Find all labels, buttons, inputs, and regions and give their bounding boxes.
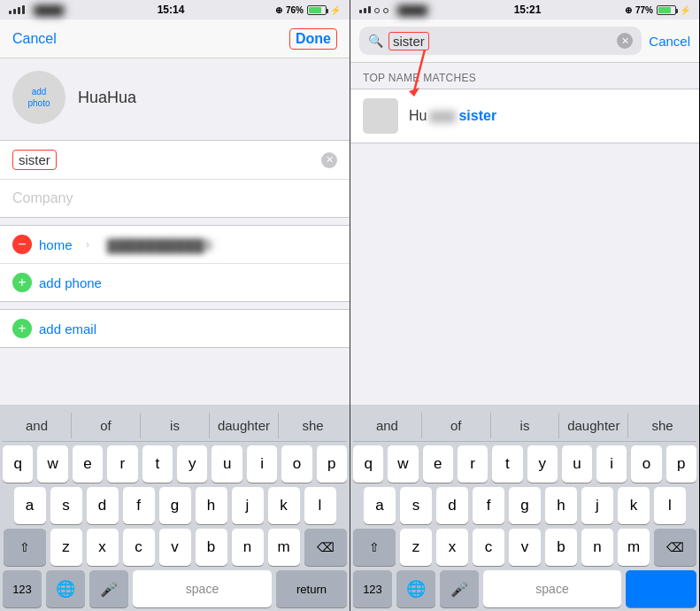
key-r[interactable]: r (107, 445, 137, 483)
key-s[interactable]: s (50, 487, 82, 524)
key-z[interactable]: z (50, 529, 82, 566)
right-key-w[interactable]: w (388, 445, 418, 483)
suggestion-of[interactable]: of (72, 413, 141, 438)
result-avatar (363, 98, 398, 134)
key-v[interactable]: v (159, 529, 191, 566)
right-status-signal-area: ▓▓▓▓ (359, 4, 430, 15)
right-suggestion-she[interactable]: she (628, 413, 696, 438)
email-section: + add email (0, 309, 350, 348)
key-a[interactable]: a (14, 487, 46, 524)
key-j[interactable]: j (232, 487, 264, 524)
right-key-a[interactable]: a (364, 487, 396, 524)
right-signal-icon (359, 6, 388, 13)
company-field[interactable]: Company (0, 180, 350, 217)
right-key-123[interactable]: 123 (353, 570, 392, 607)
search-clear-button[interactable]: ✕ (617, 33, 633, 49)
right-key-i[interactable]: i (596, 445, 627, 483)
right-key-shift[interactable]: ⇧ (353, 529, 396, 566)
key-t[interactable]: t (142, 445, 173, 483)
key-x[interactable]: x (87, 529, 119, 566)
search-cancel-button[interactable]: Cancel (649, 34, 690, 49)
add-phone-row[interactable]: + add phone (0, 264, 350, 301)
signal-icon (9, 5, 25, 14)
key-k[interactable]: k (268, 487, 300, 524)
key-q[interactable]: q (3, 445, 33, 483)
key-delete[interactable]: ⌫ (304, 529, 347, 566)
done-button[interactable]: Done (289, 28, 337, 50)
right-key-j[interactable]: j (581, 487, 613, 524)
right-key-y[interactable]: y (527, 445, 558, 483)
right-key-s[interactable]: s (400, 487, 432, 524)
right-suggestion-daughter[interactable]: daughter (559, 413, 628, 438)
right-suggestion-of[interactable]: of (422, 413, 491, 438)
key-globe[interactable]: 🌐 (46, 570, 85, 607)
right-carrier-label: ▓▓▓▓ (395, 4, 430, 15)
nickname-clear-button[interactable]: ✕ (321, 152, 337, 168)
key-p[interactable]: p (317, 445, 347, 483)
right-key-k[interactable]: k (618, 487, 650, 524)
key-space[interactable]: space (133, 570, 272, 607)
right-suggestion-is[interactable]: is (491, 413, 560, 438)
key-g[interactable]: g (159, 487, 191, 524)
right-key-mic[interactable]: 🎤 (440, 570, 479, 607)
right-key-f[interactable]: f (473, 487, 504, 524)
right-key-t[interactable]: t (492, 445, 522, 483)
result-row-huahua[interactable]: Husister (350, 89, 699, 143)
suggestion-is[interactable]: is (141, 413, 210, 438)
key-shift[interactable]: ⇧ (4, 529, 46, 566)
remove-phone-button[interactable]: − (12, 235, 32, 254)
battery-icon-right (657, 5, 676, 15)
right-key-v[interactable]: v (509, 529, 541, 566)
key-return[interactable]: return (276, 570, 347, 607)
right-key-p[interactable]: p (666, 445, 696, 483)
suggestion-she[interactable]: she (279, 413, 347, 438)
key-y[interactable]: y (177, 445, 207, 483)
right-key-c[interactable]: c (473, 529, 504, 566)
key-d[interactable]: d (87, 487, 119, 524)
key-n[interactable]: n (232, 529, 264, 566)
right-key-globe[interactable]: 🌐 (396, 570, 435, 607)
key-mic[interactable]: 🎤 (89, 570, 128, 607)
keyboard-row-2: a s d f g h j k l (3, 487, 347, 524)
suggestion-and[interactable]: and (3, 413, 72, 438)
add-email-row[interactable]: + add email (0, 310, 350, 347)
right-key-h[interactable]: h (545, 487, 577, 524)
cancel-button[interactable]: Cancel (12, 31, 57, 47)
right-key-r[interactable]: r (458, 445, 488, 483)
key-w[interactable]: w (37, 445, 67, 483)
key-i[interactable]: i (247, 445, 277, 483)
key-h[interactable]: h (196, 487, 227, 524)
suggestion-daughter[interactable]: daughter (210, 413, 279, 438)
right-key-space[interactable]: space (483, 570, 621, 607)
right-key-z[interactable]: z (400, 529, 432, 566)
right-key-b[interactable]: b (545, 529, 577, 566)
right-key-m[interactable]: m (618, 529, 650, 566)
right-key-l[interactable]: l (654, 487, 686, 524)
right-key-u[interactable]: u (562, 445, 592, 483)
phone-row: − home › ▓▓▓▓▓▓▓▓▓▓3 (0, 226, 350, 264)
add-photo-button[interactable]: add photo (12, 71, 65, 124)
key-123[interactable]: 123 (3, 570, 42, 607)
key-c[interactable]: c (123, 529, 155, 566)
right-keyboard-bottom-row: 123 🌐 🎤 space (353, 570, 696, 607)
right-key-o[interactable]: o (631, 445, 661, 483)
key-o[interactable]: o (281, 445, 312, 483)
right-key-d[interactable]: d (436, 487, 468, 524)
key-u[interactable]: u (212, 445, 242, 483)
right-key-return[interactable] (626, 570, 696, 607)
nickname-field[interactable]: sister ✕ (0, 141, 350, 180)
left-keyboard-rows: q w e r t y u i o p a s d f g h j k (3, 445, 347, 607)
right-key-e[interactable]: e (423, 445, 453, 483)
key-m[interactable]: m (268, 529, 300, 566)
right-suggestion-and[interactable]: and (353, 413, 422, 438)
key-f[interactable]: f (123, 487, 155, 524)
right-key-x[interactable]: x (436, 529, 468, 566)
right-key-q[interactable]: q (353, 445, 383, 483)
right-key-delete[interactable]: ⌫ (654, 529, 696, 566)
key-e[interactable]: e (73, 445, 103, 483)
right-key-g[interactable]: g (509, 487, 541, 524)
key-b[interactable]: b (196, 529, 227, 566)
left-phone-screen: ▓▓▓▓ 15:14 ⊕ 76% ⚡ Cancel Done add photo… (0, 0, 350, 611)
key-l[interactable]: l (304, 487, 336, 524)
right-key-n[interactable]: n (581, 529, 613, 566)
